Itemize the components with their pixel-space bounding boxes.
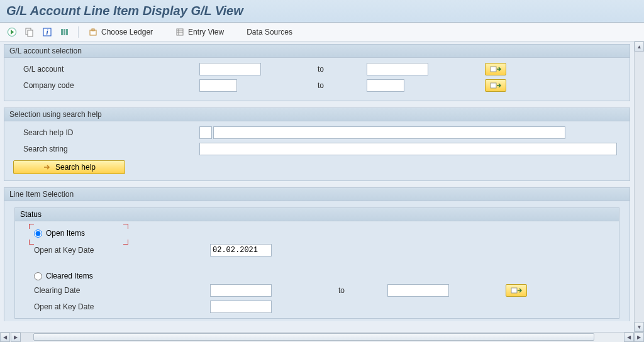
svg-rect-6: [64, 29, 65, 35]
scroll-left-button[interactable]: ◀: [0, 333, 10, 342]
to-label: to: [318, 81, 367, 90]
variant-icon[interactable]: [23, 25, 36, 39]
company-code-to-input[interactable]: [367, 79, 404, 92]
toolbar-separator: [78, 26, 79, 38]
scroll-right-button[interactable]: ▶: [11, 333, 21, 342]
to-label: to: [318, 65, 367, 74]
svg-rect-14: [491, 67, 496, 72]
scroll-down-button[interactable]: ▼: [635, 322, 644, 332]
search-help-title: Selection using search help: [4, 108, 630, 121]
search-string-label: Search string: [11, 145, 199, 153]
choose-ledger-label: Choose Ledger: [101, 28, 153, 36]
h-scroll-thumb[interactable]: [33, 333, 594, 341]
gl-account-to-input[interactable]: [367, 63, 428, 75]
content-area: G/L account selection G/L account to Com…: [0, 41, 634, 332]
scroll-up-button[interactable]: ▲: [635, 41, 644, 52]
search-help-group: Selection using search help Search help …: [4, 108, 630, 181]
svg-rect-10: [177, 29, 183, 35]
status-group: Status Open Items: [14, 207, 619, 319]
data-sources-button[interactable]: Data Sources: [243, 26, 296, 38]
cleared-items-label: Cleared Items: [46, 272, 93, 280]
company-code-label: Company code: [11, 81, 199, 90]
account-icon[interactable]: [58, 25, 72, 39]
company-code-from-input[interactable]: [199, 79, 237, 92]
company-code-multi-button[interactable]: [485, 79, 506, 92]
open-at-key-date2-label: Open at Key Date: [21, 302, 210, 311]
svg-rect-5: [61, 29, 63, 35]
entry-view-button[interactable]: Entry View: [172, 26, 228, 38]
clearing-date-from-input[interactable]: [210, 284, 272, 297]
entry-view-label: Entry View: [188, 28, 224, 36]
open-at-key-date-input[interactable]: [210, 244, 272, 256]
search-help-id-label: Search help ID: [11, 128, 199, 137]
open-at-key-date-label: Open at Key Date: [21, 246, 210, 255]
to-label: to: [338, 286, 387, 295]
status-title: Status: [15, 208, 619, 221]
line-item-selection-title: Line Item Selection: [4, 188, 630, 201]
line-item-selection-group: Line Item Selection Status Open Items: [4, 187, 630, 321]
title-bar: G/L Account Line Item Display G/L View: [0, 0, 644, 23]
info-icon[interactable]: i: [40, 25, 54, 39]
gl-account-label: G/L account: [11, 65, 199, 74]
gl-account-from-input[interactable]: [199, 63, 261, 75]
page-title: G/L Account Line Item Display G/L View: [6, 4, 638, 18]
gl-account-selection-group: G/L account selection G/L account to Com…: [4, 44, 630, 101]
search-string-input[interactable]: [199, 143, 617, 155]
choose-ledger-button[interactable]: Choose Ledger: [85, 26, 157, 38]
open-items-label: Open Items: [46, 229, 85, 238]
open-items-radio[interactable]: [34, 229, 42, 238]
clearing-date-to-input[interactable]: [387, 284, 449, 297]
gl-account-selection-title: G/L account selection: [4, 45, 630, 58]
search-help-button[interactable]: Search help: [13, 160, 125, 174]
scroll-right2-button[interactable]: ▶: [634, 333, 644, 342]
toolbar: i Choose Ledger Entry View Data Sources: [0, 23, 644, 41]
search-help-id-input[interactable]: [199, 126, 212, 139]
gl-account-multi-button[interactable]: [485, 63, 506, 75]
svg-rect-2: [28, 30, 33, 36]
cleared-items-radio[interactable]: [34, 272, 42, 280]
data-sources-label: Data Sources: [247, 28, 292, 36]
search-help-button-label: Search help: [55, 163, 96, 172]
svg-rect-7: [66, 29, 68, 35]
scroll-left2-button[interactable]: ◀: [624, 333, 634, 342]
vertical-scrollbar[interactable]: ▲ ▼: [634, 41, 644, 332]
search-help-id-text-input[interactable]: [213, 126, 565, 139]
open-at-key-date2-input[interactable]: [210, 301, 272, 313]
svg-rect-16: [511, 288, 517, 293]
horizontal-scrollbar[interactable]: ◀ ▶ ◀ ▶: [0, 332, 644, 342]
execute-icon[interactable]: [5, 25, 19, 39]
clearing-date-multi-button[interactable]: [506, 284, 527, 297]
h-scroll-track[interactable]: [33, 333, 624, 342]
svg-rect-15: [491, 83, 496, 88]
clearing-date-label: Clearing Date: [21, 286, 210, 295]
scroll-track[interactable]: [635, 52, 644, 322]
